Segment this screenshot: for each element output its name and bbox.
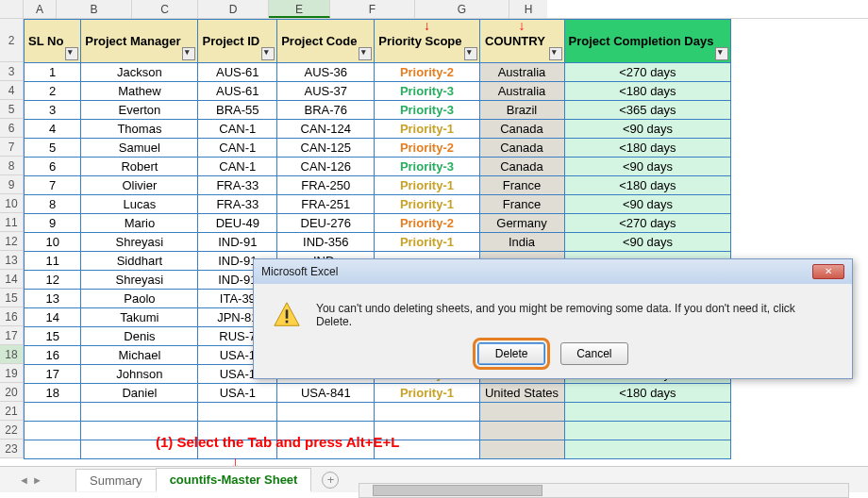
row-header-16[interactable]: 16 <box>0 307 24 326</box>
filter-icon[interactable] <box>715 47 728 60</box>
row-header-18[interactable]: 18 <box>0 345 24 364</box>
cell-id[interactable]: CAN-1 <box>198 120 277 139</box>
cell-mgr[interactable]: Takumi <box>81 308 198 327</box>
table-row[interactable]: 5SamuelCAN-1CAN-125Priority-2Canada<180 … <box>25 139 731 158</box>
cell-prio[interactable]: Priority-1 <box>375 195 479 214</box>
cell-mgr[interactable]: Siddhart <box>81 252 198 271</box>
dialog-titlebar[interactable]: Microsoft Excel ✕ <box>254 259 852 284</box>
cell-country[interactable]: Canada <box>479 120 564 139</box>
cell-days[interactable]: <365 days <box>564 101 731 120</box>
row-header-23[interactable]: 23 <box>0 440 24 458</box>
cell-mgr[interactable]: Mario <box>81 214 198 233</box>
cell-mgr[interactable]: Everton <box>81 101 198 120</box>
sheet-nav[interactable]: ◄ ► <box>19 474 75 486</box>
row-header-15[interactable]: 15 <box>0 289 24 307</box>
cell-sl[interactable]: 2 <box>25 82 81 101</box>
cell-id[interactable]: BRA-55 <box>198 101 277 120</box>
row-header-22[interactable]: 22 <box>0 421 24 440</box>
table-row[interactable]: 9MarioDEU-49DEU-276Priority-2Germany<270… <box>25 214 731 233</box>
filter-icon[interactable] <box>359 47 372 60</box>
cell-sl[interactable]: 6 <box>25 158 81 176</box>
cell-mgr[interactable]: Olivier <box>81 176 198 195</box>
cell-mgr[interactable]: Shreyasi <box>81 233 198 252</box>
table-row[interactable]: 2MathewAUS-61AUS-37Priority-3Australia<1… <box>25 82 731 101</box>
row-header-10[interactable]: 10 <box>0 194 24 213</box>
cell-sl[interactable]: 3 <box>25 101 81 120</box>
sheet-tab-countifs[interactable]: countifs-Master Sheet <box>156 468 312 492</box>
cell-sl[interactable]: 8 <box>25 195 81 214</box>
cell-prio[interactable]: Priority-3 <box>375 101 479 120</box>
cell-country[interactable]: Canada <box>479 158 564 176</box>
cell-id[interactable]: USA-1 <box>198 384 277 403</box>
cell-code[interactable]: USA-841 <box>277 384 375 403</box>
cell-code[interactable]: DEU-276 <box>277 214 375 233</box>
filter-icon[interactable] <box>65 47 78 60</box>
col-header-B[interactable]: B <box>57 0 132 18</box>
cell-days[interactable]: <90 days <box>564 158 731 176</box>
cell-mgr[interactable]: Johnson <box>81 365 198 384</box>
cell-code[interactable]: CAN-126 <box>277 158 375 176</box>
cell-mgr[interactable]: Thomas <box>81 120 198 139</box>
cell-days[interactable]: <90 days <box>564 120 731 139</box>
header-code[interactable]: Project Code <box>277 20 375 63</box>
cell-sl[interactable]: 18 <box>25 384 81 403</box>
table-row[interactable]: 3EvertonBRA-55BRA-76Priority-3Brazil<365… <box>25 101 731 120</box>
select-all-corner[interactable] <box>0 0 24 18</box>
filter-icon[interactable] <box>549 47 562 60</box>
cell-mgr[interactable]: Jackson <box>81 63 198 82</box>
cell-mgr[interactable]: Daniel <box>81 384 198 403</box>
cell-id[interactable]: AUS-61 <box>198 82 277 101</box>
row-header-9[interactable]: 9 <box>0 175 24 194</box>
scrollbar-thumb[interactable] <box>373 485 542 496</box>
header-prio[interactable]: ↓Priority Scope <box>375 20 479 63</box>
row-header-12[interactable]: 12 <box>0 232 24 251</box>
cell-country[interactable]: Brazil <box>479 101 564 120</box>
cell-sl[interactable]: 13 <box>25 290 81 308</box>
cell-days[interactable]: <90 days <box>564 233 731 252</box>
add-sheet-button[interactable]: + <box>322 472 339 489</box>
cell-code[interactable]: FRA-250 <box>277 176 375 195</box>
row-header-4[interactable]: 4 <box>0 81 24 100</box>
horizontal-scrollbar[interactable] <box>359 483 849 498</box>
header-country[interactable]: ↓COUNTRY <box>479 20 564 63</box>
cell-sl[interactable]: 1 <box>25 63 81 82</box>
delete-button[interactable]: Delete <box>477 342 545 365</box>
cell-sl[interactable]: 14 <box>25 308 81 327</box>
table-row[interactable]: 4ThomasCAN-1CAN-124Priority-1Canada<90 d… <box>25 120 731 139</box>
cell-sl[interactable]: 5 <box>25 139 81 158</box>
cell-sl[interactable]: 4 <box>25 120 81 139</box>
cell-prio[interactable]: Priority-3 <box>375 158 479 176</box>
cell-prio[interactable]: Priority-2 <box>375 139 479 158</box>
table-row[interactable]: 6RobertCAN-1CAN-126Priority-3Canada<90 d… <box>25 158 731 176</box>
cell-country[interactable]: Australia <box>479 82 564 101</box>
cell-id[interactable]: IND-91 <box>198 233 277 252</box>
close-button[interactable]: ✕ <box>812 264 844 279</box>
header-id[interactable]: Project ID <box>198 20 277 63</box>
cell-mgr[interactable]: Shreyasi <box>81 271 198 290</box>
cell-sl[interactable]: 17 <box>25 365 81 384</box>
table-row[interactable]: 8LucasFRA-33FRA-251Priority-1France<90 d… <box>25 195 731 214</box>
col-header-D[interactable]: D <box>198 0 269 18</box>
cell-prio[interactable]: Priority-1 <box>375 384 479 403</box>
cell-id[interactable]: FRA-33 <box>198 195 277 214</box>
cell-id[interactable]: FRA-33 <box>198 176 277 195</box>
cell-country[interactable]: Canada <box>479 139 564 158</box>
row-header-3[interactable]: 3 <box>0 62 24 81</box>
cell-prio[interactable]: Priority-1 <box>375 233 479 252</box>
cell-sl[interactable]: 9 <box>25 214 81 233</box>
table-row[interactable]: 18DanielUSA-1USA-841Priority-1United Sta… <box>25 384 731 403</box>
cell-country[interactable]: France <box>479 195 564 214</box>
col-header-A[interactable]: A <box>24 0 57 18</box>
cell-code[interactable]: BRA-76 <box>277 101 375 120</box>
table-row[interactable]: 10ShreyasiIND-91IND-356Priority-1India<9… <box>25 233 731 252</box>
table-row[interactable]: 7OlivierFRA-33FRA-250Priority-1France<18… <box>25 176 731 195</box>
cell-sl[interactable]: 12 <box>25 271 81 290</box>
header-sl[interactable]: SL No <box>25 20 81 63</box>
table-row[interactable] <box>25 403 731 422</box>
header-mgr[interactable]: Project Manager <box>81 20 198 63</box>
row-header-14[interactable]: 14 <box>0 270 24 289</box>
row-header-11[interactable]: 11 <box>0 213 24 232</box>
cell-sl[interactable]: 10 <box>25 233 81 252</box>
row-header-21[interactable]: 21 <box>0 402 24 421</box>
cell-mgr[interactable]: Lucas <box>81 195 198 214</box>
